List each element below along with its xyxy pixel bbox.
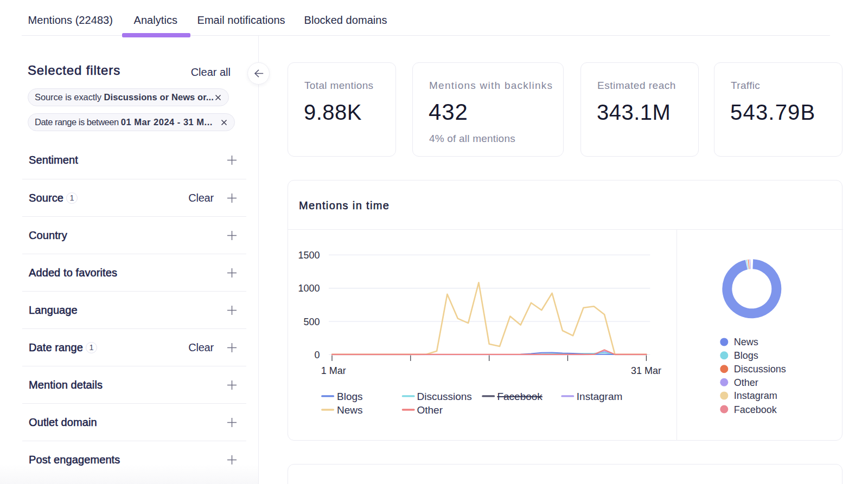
svg-text:Other: Other: [417, 404, 443, 416]
svg-text:News: News: [734, 337, 758, 347]
svg-text:Blogs: Blogs: [337, 391, 363, 402]
svg-text:500: 500: [303, 317, 320, 327]
svg-text:Discussions: Discussions: [417, 391, 472, 402]
svg-text:Facebook: Facebook: [497, 391, 542, 402]
svg-text:News: News: [337, 404, 363, 416]
svg-text:Blogs: Blogs: [734, 350, 758, 361]
svg-text:1 Mar: 1 Mar: [321, 365, 346, 376]
svg-text:Other: Other: [734, 377, 758, 388]
svg-text:1000: 1000: [298, 283, 320, 294]
svg-text:Discussions: Discussions: [734, 364, 786, 375]
svg-text:Instagram: Instagram: [734, 390, 777, 401]
svg-text:31 Mar: 31 Mar: [631, 365, 661, 376]
svg-text:1500: 1500: [298, 250, 320, 261]
svg-text:Instagram: Instagram: [577, 391, 622, 402]
svg-text:Facebook: Facebook: [734, 404, 777, 415]
svg-text:0: 0: [314, 350, 320, 360]
